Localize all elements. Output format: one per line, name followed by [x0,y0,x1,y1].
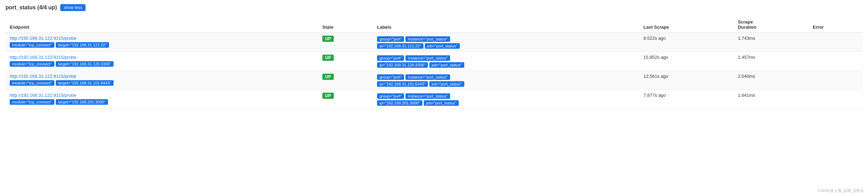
error-cell [808,33,862,52]
targets-table: Endpoint State Labels Last Scrape Scrape… [6,17,862,109]
endpoint-tag: module="tcp_connect" [10,99,54,105]
labels-cell: group="port"instance="port_status"ip="19… [373,71,639,90]
endpoint-link[interactable]: http://192.168.31.122:9115/probe [10,93,314,98]
label-tag: ip="192.168.201:3000" [377,100,422,106]
label-tag: group="port" [377,55,404,61]
endpoint-tag: target="192.168.31.121:22" [56,42,109,48]
label-tag: ip="192.168.31.126:3306" [377,62,428,68]
scrape-duration-cell: 1.641ms [734,90,808,109]
endpoint-cell: http://192.168.31.122:9115/probemodule="… [6,33,318,52]
scrape-duration-cell: 1.743ms [734,33,808,52]
endpoint-cell: http://192.168.31.122:9115/probemodule="… [6,90,318,109]
error-cell [808,71,862,90]
state-badge: UP [322,74,334,80]
col-header-scrape-duration: Scrape Duration [734,17,808,33]
label-tag: job="port_status" [425,43,460,49]
label-tag: group="port" [377,36,404,42]
label-tag: job="port_status" [429,62,464,68]
header-row: port_status (4/4 up) show less [6,4,862,11]
label-tag: job="port_status" [424,100,459,106]
endpoint-link[interactable]: http://192.168.31.122:9115/probe [10,74,314,79]
scrape-duration-cell: 1.457ms [734,52,808,71]
page-title: port_status (4/4 up) [6,4,57,11]
table-row: http://192.168.31.122:9115/probemodule="… [6,90,862,109]
table-row: http://192.168.31.122:9115/probemodule="… [6,52,862,71]
label-tag: instance="port_status" [405,74,450,80]
state-badge: UP [322,93,334,99]
col-header-labels: Labels [373,17,639,33]
state-cell: UP [318,90,373,109]
col-header-error: Error [808,17,862,33]
label-tag: ip="192.168.31.121:22" [377,43,423,49]
page-wrapper: port_status (4/4 up) show less Endpoint … [0,0,868,114]
col-header-state: State [318,17,373,33]
label-tag: ip="192.168.31.101:6443" [377,81,428,87]
last-scrape-cell: 7.877s ago [639,90,734,109]
state-badge: UP [322,55,334,61]
table-row: http://192.168.31.122:9115/probemodule="… [6,33,862,52]
label-tag: instance="port_status" [405,55,450,61]
state-badge: UP [322,36,334,42]
label-tag: job="port_status" [429,81,464,87]
state-cell: UP [318,33,373,52]
endpoint-link[interactable]: http://192.168.31.122:9115/probe [10,36,314,41]
error-cell [808,90,862,109]
last-scrape-cell: 15.852s ago [639,52,734,71]
label-tag: instance="port_status" [405,36,450,42]
table-row: http://192.168.31.122:9115/probemodule="… [6,71,862,90]
endpoint-tag: module="tcp_connect" [10,61,54,67]
show-less-button[interactable]: show less [60,4,86,11]
labels-cell: group="port"instance="port_status"ip="19… [373,52,639,71]
label-tag: group="port" [377,74,404,80]
label-tag: instance="port_status" [405,93,450,99]
endpoint-tag: target="192.168.31.126:3306" [56,61,114,67]
endpoint-tag: target="192.168.201:3000" [56,99,108,105]
scrape-duration-cell: 2.040ms [734,71,808,90]
labels-cell: group="port"instance="port_status"ip="19… [373,33,639,52]
table-header-row: Endpoint State Labels Last Scrape Scrape… [6,17,862,33]
endpoint-tag: target="192.168.31.101:6443" [56,80,114,86]
endpoint-cell: http://192.168.31.122:9115/probemodule="… [6,52,318,71]
state-cell: UP [318,52,373,71]
endpoint-tag: module="tcp_connect" [10,42,54,48]
col-header-last-scrape: Last Scrape [639,17,734,33]
labels-cell: group="port"instance="port_status"ip="19… [373,90,639,109]
endpoint-tag: module="tcp_connect" [10,80,54,86]
label-tag: group="port" [377,93,404,99]
error-cell [808,52,862,71]
state-cell: UP [318,71,373,90]
last-scrape-cell: 12.561s ago [639,71,734,90]
col-header-endpoint: Endpoint [6,17,318,33]
last-scrape-cell: 8.522s ago [639,33,734,52]
endpoint-link[interactable]: http://192.168.31.122:9115/probe [10,55,314,60]
endpoint-cell: http://192.168.31.122:9115/probemodule="… [6,71,318,90]
